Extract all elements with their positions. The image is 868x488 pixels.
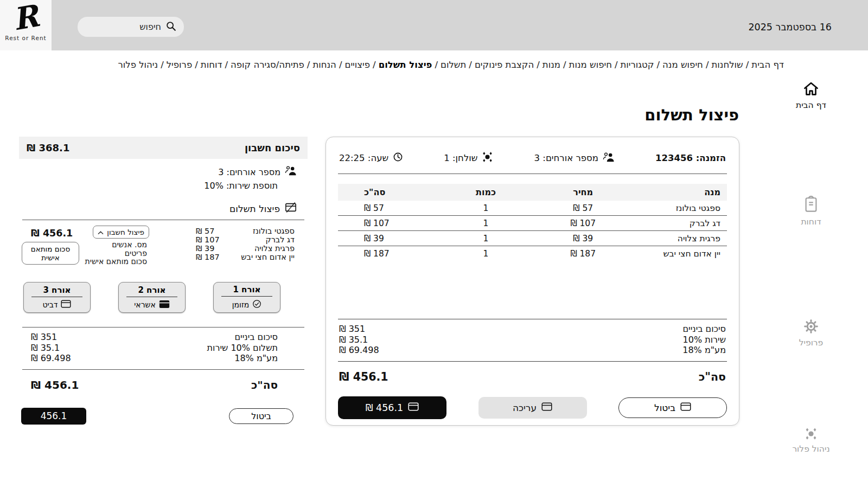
table-row[interactable]: דג לברק ₪ 107 1 ₪ 107 (338, 216, 727, 231)
dish-name: פרגית צלויה (626, 234, 727, 243)
rail-reports-label: דוחות (775, 217, 847, 227)
panel-summary: סיכום ביניים ₪ 351 תשלום 10% שירות ₪ 35.… (22, 327, 304, 370)
rail-profile-label: פרופיל (775, 338, 847, 348)
table-row[interactable]: פרגית צלויה ₪ 39 1 ₪ 39 (338, 231, 727, 246)
breadcrumb-item-floor[interactable]: ניהול פלור (118, 60, 158, 70)
breadcrumb-separator: / (195, 60, 198, 70)
order-items-table: מנה מחיר כמות סה"כ ספגטי בולונז ₪ 57 1 ₪… (338, 184, 727, 261)
order-table: שולחן: 1 (444, 151, 493, 165)
table-header-row: מנה מחיר כמות סה"כ (338, 184, 727, 201)
search-icon (165, 20, 177, 34)
total-label: סה"כ (699, 370, 726, 383)
dish-name: דג לברק (626, 219, 727, 228)
dish-name: ספגטי בולונז (626, 203, 727, 213)
guest-3-button[interactable]: אורח 3 דביט (23, 282, 91, 313)
guest-2-label: אורח 2 (126, 285, 177, 297)
summary-row-service: שירות 10% ₪ 35.1 (339, 335, 726, 345)
option-num-people[interactable]: מס. אנשים (85, 241, 147, 249)
table-row[interactable]: יין אדום חצי יבש ₪ 187 1 ₪ 187 (338, 246, 727, 261)
breadcrumb-separator: / (373, 60, 376, 70)
split-mode-dropdown[interactable]: פיצול חשבון (93, 226, 149, 239)
subtotal-value: ₪ 351 (339, 324, 365, 335)
top-bar: 16 בספטמבר 2025 (0, 0, 868, 50)
breadcrumb-item-treats[interactable]: הקצבת פינוקים (475, 60, 534, 70)
subtotal-label: סיכום ביניים (235, 332, 278, 343)
guest-3-method-label: דביט (43, 300, 58, 309)
breadcrumb-item-split-payment[interactable]: פיצול תשלום (379, 60, 432, 70)
rail-home[interactable]: דף הבית (775, 81, 847, 110)
rail-floor-label: ניהול פלור (775, 444, 847, 454)
page-title: פיצול תשלום (644, 106, 739, 124)
search-input[interactable] (91, 22, 161, 32)
search-box[interactable] (78, 17, 184, 37)
clipboard-icon (803, 206, 819, 215)
rail-floor[interactable]: ניהול פלור (775, 427, 847, 454)
bill-summary-title: סיכום חשבון (245, 142, 300, 153)
breadcrumb-item-reports[interactable]: דוחות (201, 60, 222, 70)
service-value: ₪ 35.1 (339, 335, 368, 345)
chevron-up-icon (98, 228, 104, 236)
pay-button[interactable]: ₪ 456.1 (338, 396, 446, 419)
breadcrumb-item-dish-search[interactable]: חיפוש מנה (662, 60, 703, 70)
dish-qty: 1 (431, 219, 540, 228)
dish-qty: 1 (431, 249, 540, 259)
service-label: תשלום 10% שירות (207, 343, 278, 354)
guest-2-button[interactable]: אורח 2 אשראי (118, 282, 186, 313)
breadcrumb-item-profile[interactable]: פרופיל (167, 60, 193, 70)
bill-summary-amount: ₪ 368.1 (27, 142, 69, 153)
panel-service-label: תוספת שירות: 10% (19, 181, 308, 191)
bill-summary-panel: סיכום חשבון ₪ 368.1 מספר אורחים: 3 תוספת… (19, 137, 308, 425)
card-icon (680, 402, 691, 413)
app-logo[interactable]: R Rest or Rent (0, 0, 52, 50)
dish-price: ₪ 39 (540, 234, 626, 243)
breadcrumb-item-categories[interactable]: קטגוריות (620, 60, 654, 70)
total-value: ₪ 456.1 (31, 378, 79, 391)
vat-value: ₪ 69.498 (31, 353, 71, 364)
service-label: שירות 10% (683, 335, 726, 345)
breadcrumb-item-tables[interactable]: שולחנות (711, 60, 743, 70)
order-guests-label: מספר אורחים: 3 (534, 153, 598, 163)
breadcrumb-item-register[interactable]: פתיתה/סגירה קופה (231, 60, 304, 70)
dish-price: ₪ 107 (540, 219, 626, 228)
cancel-button-label: ביטול (654, 402, 675, 413)
divider (22, 220, 304, 220)
rail-reports[interactable]: דוחות (775, 195, 847, 227)
service-value: ₪ 35.1 (31, 343, 60, 354)
guest-1-method-label: מזומן (232, 300, 250, 309)
breadcrumb-item-home[interactable]: דף הבית (751, 60, 784, 70)
breadcrumb-item-discounts[interactable]: הנחות (312, 60, 336, 70)
vat-label: מע"מ 18% (682, 345, 726, 356)
rail-home-label: דף הבית (775, 100, 847, 110)
option-items[interactable]: פריטים (85, 249, 147, 258)
header-dish: מנה (626, 187, 727, 197)
current-date: 16 בספטמבר 2025 (748, 22, 832, 33)
edit-button[interactable]: עריכה (478, 397, 587, 419)
breadcrumb-separator: / (469, 60, 472, 70)
vat-value: ₪ 69.498 (339, 345, 379, 356)
pay-button-amount: ₪ 456.1 (366, 402, 403, 413)
breadcrumb-item-compensations[interactable]: פיצויים (344, 60, 370, 70)
guest-payment-buttons: אורח 1 מזומן אורח 2 אשראי אורח 3 (19, 282, 308, 313)
summary-row-vat: מע"מ 18% ₪ 69.498 (339, 345, 726, 356)
panel-pay-button[interactable]: 456.1 (21, 408, 86, 425)
card-icon (541, 402, 552, 413)
guest-1-button[interactable]: אורח 1 מזומן (213, 282, 280, 313)
panel-items-list: ספגטי בולונז ₪ 57 דג לברק ₪ 107 פרגית צל… (196, 227, 295, 261)
cancel-button[interactable]: ביטול (618, 397, 727, 418)
option-custom-amount[interactable]: סכום מותאם אישית (85, 258, 147, 266)
order-time: שעה: 22:25 (339, 152, 403, 164)
vat-label: מע"מ 18% (234, 353, 278, 364)
breadcrumb-item-dishes[interactable]: מנות (542, 60, 560, 70)
split-config-area: ספגטי בולונז ₪ 57 דג לברק ₪ 107 פרגית צל… (19, 222, 308, 274)
order-card: הזמנה: 123456 מספר אורחים: 3 שולחן: 1 שע… (326, 137, 739, 426)
breadcrumb-item-payment[interactable]: תשלום (441, 60, 466, 70)
rail-profile[interactable]: פרופיל (775, 319, 847, 348)
breadcrumb-separator: / (225, 60, 228, 70)
breadcrumb-item-dishes-search[interactable]: חיפוש מנות (569, 60, 612, 70)
table-row[interactable]: ספגטי בולונז ₪ 57 1 ₪ 57 (338, 201, 727, 216)
guests-icon (285, 165, 297, 178)
panel-cancel-button[interactable]: ביטול (229, 408, 293, 424)
breadcrumb-separator: / (706, 60, 709, 70)
gear-icon (803, 326, 819, 336)
custom-amount-button[interactable]: סכום מותאם אישית (22, 242, 79, 265)
